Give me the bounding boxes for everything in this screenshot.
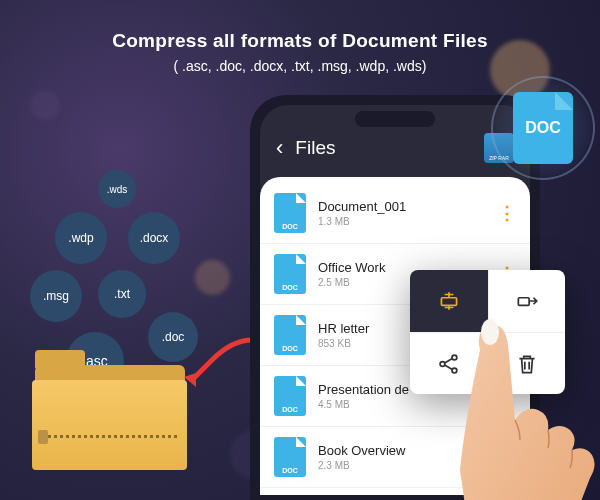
doc-badge-label: DOC bbox=[525, 119, 561, 137]
zip-folder-icon bbox=[30, 360, 190, 480]
svg-rect-1 bbox=[518, 298, 529, 306]
file-name: Document_001 bbox=[318, 199, 486, 214]
headline-title: Compress all formats of Document Files bbox=[0, 30, 600, 52]
phone-notch bbox=[355, 111, 435, 127]
doc-badge-icon: DOC bbox=[513, 92, 573, 164]
headline: Compress all formats of Document Files (… bbox=[0, 30, 600, 74]
format-wds: .wds bbox=[98, 170, 136, 208]
doc-file-icon: DOC bbox=[274, 193, 306, 233]
format-txt: .txt bbox=[98, 270, 146, 318]
doc-badge-highlight: DOC bbox=[491, 76, 595, 180]
file-size: 1.3 MB bbox=[318, 216, 486, 227]
format-msg: .msg bbox=[30, 270, 82, 322]
list-item[interactable]: DOC Document_001 1.3 MB ⋮ bbox=[260, 183, 530, 244]
svg-rect-0 bbox=[441, 298, 456, 306]
doc-file-icon: DOC bbox=[274, 376, 306, 416]
format-wdp: .wdp bbox=[55, 212, 107, 264]
page-title: Files bbox=[295, 137, 472, 159]
more-icon[interactable]: ⋮ bbox=[498, 202, 516, 224]
doc-file-icon: DOC bbox=[274, 315, 306, 355]
doc-file-icon: DOC bbox=[274, 437, 306, 477]
pointing-hand-icon bbox=[420, 310, 600, 500]
headline-subtitle: ( .asc, .doc, .docx, .txt, .msg, .wdp, .… bbox=[0, 58, 600, 74]
back-icon[interactable]: ‹ bbox=[276, 135, 283, 161]
svg-point-5 bbox=[481, 319, 499, 345]
format-docx: .docx bbox=[128, 212, 180, 264]
doc-file-icon: DOC bbox=[274, 254, 306, 294]
